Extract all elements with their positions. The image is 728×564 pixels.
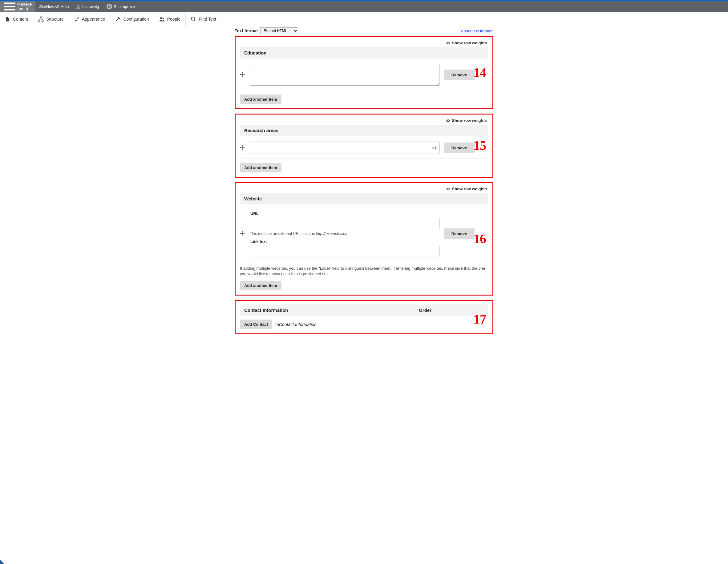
remove-button[interactable]: Remove: [444, 229, 475, 239]
research-section-highlight: 15 Show row weights Research areas Remov…: [235, 114, 493, 178]
text-format-row: Text format Filtered HTML About text for…: [235, 26, 493, 35]
menu-configuration[interactable]: Configuration: [110, 12, 154, 26]
add-another-item-button[interactable]: Add another item: [240, 95, 281, 104]
menu-find-text[interactable]: Find Text: [186, 12, 221, 26]
drag-handle[interactable]: [240, 72, 245, 78]
research-header: Research areas: [240, 125, 488, 136]
menu-structure-label: Structure: [46, 17, 64, 22]
svg-rect-2: [4, 9, 15, 10]
svg-rect-6: [42, 20, 43, 22]
annotation-number-16: 16: [473, 232, 486, 246]
show-row-weights-label: Show row weights: [452, 41, 487, 45]
eye-icon: [446, 41, 450, 45]
svg-point-10: [433, 146, 435, 149]
contact-header: Contact Information: [244, 307, 288, 313]
sitenow-help-link[interactable]: SiteNow v3 Help: [35, 1, 72, 12]
svg-point-3: [77, 5, 79, 7]
drag-handle[interactable]: [240, 231, 245, 237]
manage-toggle[interactable]: Manage (prod): [0, 1, 35, 12]
menu-appearance-label: Appearance: [82, 17, 105, 22]
svg-rect-4: [40, 17, 42, 18]
people-icon: [159, 16, 165, 22]
url-label: URL: [250, 211, 439, 216]
structure-icon: [38, 16, 44, 22]
show-row-weights-label: Show row weights: [452, 118, 487, 123]
education-section-highlight: 14 Show row weights Education Remove Add…: [235, 36, 493, 109]
research-row: Remove: [240, 140, 488, 159]
url-input[interactable]: [250, 218, 439, 229]
link-text-input[interactable]: [250, 246, 439, 258]
add-contact-desc: toContact Information: [275, 322, 317, 327]
contact-section-highlight: 17 Contact Information Order Add Contact…: [235, 300, 493, 334]
hamburger-icon: [4, 1, 15, 12]
annotation-number-14: 14: [473, 65, 486, 80]
menu-structure[interactable]: Structure: [33, 12, 69, 26]
show-row-weights-toggle[interactable]: Show row weights: [240, 118, 488, 123]
about-text-formats-link[interactable]: About text formats: [461, 29, 494, 33]
svg-point-9: [192, 17, 195, 20]
education-textarea[interactable]: [250, 64, 439, 86]
menu-find-text-label: Find Text: [199, 17, 216, 22]
url-help-text: This must be an external URL such as htt…: [250, 231, 439, 237]
move-icon: [240, 145, 245, 150]
annotation-number-17: 17: [473, 312, 486, 326]
show-row-weights-toggle[interactable]: Show row weights: [240, 187, 488, 191]
file-icon: [5, 16, 10, 22]
svg-rect-0: [4, 2, 15, 4]
eye-icon: [446, 187, 450, 191]
search-icon: [432, 145, 437, 150]
admin-toolbar-menu: Content Structure Appearance Configurati…: [0, 12, 728, 26]
sitenow-help-label: SiteNow v3 Help: [39, 4, 69, 9]
education-row: Remove: [240, 62, 488, 90]
username-label: bschweig: [82, 4, 99, 9]
wrench-icon: [115, 16, 121, 22]
menu-content-label: Content: [13, 17, 28, 22]
user-icon: [76, 4, 80, 9]
website-section-highlight: 16 Show row weights Website URL This mus…: [235, 182, 493, 295]
add-another-item-button[interactable]: Add another item: [240, 281, 281, 290]
education-header: Education: [240, 47, 488, 59]
menu-configuration-label: Configuration: [123, 17, 149, 22]
link-text-label: Link text: [250, 239, 439, 244]
svg-point-8: [162, 18, 164, 19]
menu-content[interactable]: Content: [0, 12, 33, 26]
admin-toolbar-top: Manage (prod) SiteNow v3 Help bschweig S…: [0, 1, 728, 12]
move-icon: [240, 231, 245, 236]
eye-icon: [446, 119, 450, 123]
website-help-text: If adding multiple websites, you can use…: [240, 266, 488, 278]
show-row-weights-label: Show row weights: [452, 187, 487, 191]
siteimprove-label: Siteimprove: [114, 4, 135, 9]
text-format-select[interactable]: Filtered HTML: [260, 27, 298, 34]
add-another-item-button[interactable]: Add another item: [240, 163, 281, 173]
siteimprove-link[interactable]: Si Siteimprove: [103, 1, 139, 12]
svg-rect-5: [39, 20, 40, 22]
siteimprove-icon: Si: [107, 4, 112, 9]
svg-point-7: [160, 17, 162, 19]
drag-handle[interactable]: [240, 145, 245, 151]
remove-button[interactable]: Remove: [444, 143, 475, 153]
website-row: URL This must be an external URL such as…: [240, 208, 488, 262]
annotation-number-15: 15: [473, 138, 486, 153]
research-autocomplete-input[interactable]: [250, 142, 439, 154]
svg-rect-1: [4, 6, 15, 7]
contact-header-row: Contact Information Order: [240, 304, 488, 316]
user-menu[interactable]: bschweig: [72, 1, 103, 12]
show-row-weights-toggle[interactable]: Show row weights: [240, 41, 488, 45]
text-format-label: Text format: [235, 28, 258, 33]
search-icon: [191, 16, 196, 22]
menu-people[interactable]: People: [154, 12, 186, 26]
brush-icon: [74, 16, 79, 22]
menu-people-label: People: [167, 17, 181, 22]
website-header: Website: [240, 193, 488, 205]
remove-button[interactable]: Remove: [444, 70, 475, 80]
manage-label: Manage (prod): [17, 2, 32, 11]
menu-appearance[interactable]: Appearance: [69, 12, 111, 26]
add-contact-button[interactable]: Add Contact: [240, 319, 272, 329]
move-icon: [240, 72, 245, 77]
